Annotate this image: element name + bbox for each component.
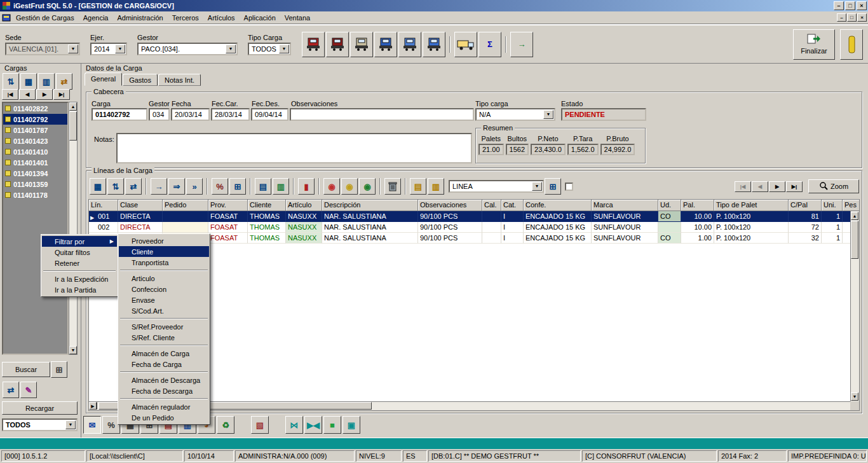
- last-line-button[interactable]: ▶|: [786, 181, 803, 192]
- column-header-c-pal[interactable]: C/Pal: [789, 200, 822, 211]
- cargas-transfer-icon[interactable]: ⇄: [56, 73, 72, 90]
- truck-darkred-icon[interactable]: [326, 32, 349, 57]
- truck-side-icon[interactable]: [454, 32, 477, 57]
- carga-list-item[interactable]: 011401394: [3, 168, 67, 179]
- fec-des-field[interactable]: 09/04/14: [251, 108, 288, 121]
- cargas-list-scrollbar[interactable]: ▲ ▼: [69, 102, 78, 355]
- line-forward-all-icon[interactable]: ⇒: [168, 178, 185, 195]
- ejer-combo[interactable]: 2014 ▼: [90, 43, 127, 55]
- cargas-last-button[interactable]: ▶|: [53, 89, 70, 100]
- carga-list-item[interactable]: 011401423: [3, 135, 67, 146]
- column-header-marca[interactable]: Marca: [592, 200, 658, 211]
- join-line-icon[interactable]: ⊞: [229, 178, 246, 195]
- buscar-grid-icon[interactable]: ⊞: [51, 361, 67, 378]
- column-header-lin[interactable]: Lín.: [89, 200, 118, 211]
- table-vscrollbar[interactable]: ▲ ▼: [850, 211, 859, 401]
- tab-notas-int[interactable]: Notas Int.: [158, 74, 201, 86]
- filter-submenu-item-almacen-de-carga[interactable]: Almacén de Carga: [119, 348, 209, 359]
- context-menu-item-ir-a-la-partida[interactable]: Ir a la Partida: [42, 284, 117, 295]
- line-jump-icon[interactable]: »: [186, 178, 203, 195]
- column-header-uni[interactable]: Uni.: [822, 200, 843, 211]
- table-vscroll-thumb[interactable]: [851, 221, 858, 259]
- recycle-icon[interactable]: ♻: [217, 416, 234, 434]
- observaciones-field[interactable]: [290, 108, 474, 121]
- carga-list-item[interactable]: 011401401: [3, 157, 67, 168]
- carga-list-item[interactable]: 011401410: [3, 146, 67, 157]
- chart-view-icon[interactable]: ▥: [273, 178, 289, 195]
- carga-field[interactable]: 011402792: [92, 108, 147, 121]
- gestor-combo-arrow-icon[interactable]: ▼: [226, 45, 236, 53]
- green-square-icon[interactable]: ■: [323, 416, 341, 434]
- menu-item-agencia[interactable]: Agencia: [79, 12, 113, 24]
- status-yellow-icon[interactable]: ◉: [341, 178, 358, 195]
- column-header-cat[interactable]: Cat.: [501, 200, 524, 211]
- cargas-palette-icon[interactable]: ✎: [20, 382, 37, 398]
- tipo-carga-field-combo[interactable]: N/A ▼: [475, 108, 555, 121]
- status-red-icon[interactable]: ◉: [323, 178, 340, 195]
- filter-submenu-item-s-cod-art[interactable]: S/Cod.Art.: [119, 305, 209, 316]
- context-menu-item-quitar-filtos[interactable]: Quitar filtos: [42, 247, 117, 258]
- table-row[interactable]: 002DIRECTAFOASATTHOMASNASUXXNAR. SALUSTI…: [89, 222, 850, 233]
- carga-list-item[interactable]: 011401178: [3, 190, 67, 200]
- filter-submenu-item-cliente[interactable]: Cliente: [119, 246, 209, 257]
- status-green-icon[interactable]: ◉: [359, 178, 376, 195]
- column-header-tipo-de-palet[interactable]: Tipo de Palet: [714, 200, 789, 211]
- notas-field[interactable]: [116, 133, 472, 163]
- sum-icon[interactable]: Σ: [478, 32, 501, 57]
- carga-list-item[interactable]: 011402792: [3, 114, 67, 125]
- gestor-combo[interactable]: PACO.[034]. ▼: [137, 43, 238, 55]
- column-header-pal[interactable]: Pal.: [681, 200, 714, 211]
- cargas-filter-arrow-icon[interactable]: ▼: [65, 420, 76, 429]
- close-button[interactable]: ×: [857, 1, 867, 10]
- column-header-pedido[interactable]: Pedido: [163, 200, 208, 211]
- filter-submenu-item-fecha-de-descarga[interactable]: Fecha de Descarga: [119, 385, 209, 396]
- truck-red-icon[interactable]: [302, 32, 325, 57]
- gestor-field[interactable]: 034: [149, 108, 170, 121]
- table-row[interactable]: ▶001DIRECTAFOASATTHOMASNASUXXNAR. SALUST…: [89, 211, 850, 222]
- column-header-clase[interactable]: Clase: [118, 200, 163, 211]
- truck-blue-icon[interactable]: [374, 32, 397, 57]
- filter-submenu-item-almacen-regulador[interactable]: Almacén regulador: [119, 401, 209, 412]
- recargar-button[interactable]: Recargar: [2, 401, 78, 415]
- lines-move-icon[interactable]: ⇄: [125, 178, 142, 195]
- filter-submenu-item-articulo[interactable]: Articulo: [119, 273, 209, 284]
- column-header-ud[interactable]: Ud.: [658, 200, 681, 211]
- coins-icon[interactable]: ▤: [410, 178, 426, 195]
- menu-item-terceros[interactable]: Terceros: [168, 12, 203, 24]
- column-header-articulo[interactable]: Artículo: [286, 200, 322, 211]
- fecha-field[interactable]: 20/03/14: [171, 108, 210, 121]
- filter-submenu-item-tranportista[interactable]: Tranportista: [119, 257, 209, 268]
- sede-combo[interactable]: VALENCIA.[01]. ▼: [5, 43, 80, 55]
- cargas-copy-icon[interactable]: ▦: [20, 73, 37, 90]
- cargas-exchange-icon[interactable]: ⇄: [3, 382, 19, 398]
- fec-car-field[interactable]: 28/03/14: [211, 108, 250, 121]
- filter-submenu-item-s-ref-proveedor[interactable]: S/Ref.Proveedor: [119, 321, 209, 332]
- scroll-down-icon[interactable]: ▼: [69, 346, 77, 354]
- exit-icon[interactable]: [840, 29, 863, 60]
- filter-submenu-item-envase[interactable]: Envase: [119, 294, 209, 305]
- minimize-button[interactable]: –: [834, 1, 844, 10]
- mdi-minimize-button[interactable]: –: [837, 13, 846, 22]
- grid-view-icon[interactable]: ▤: [255, 178, 271, 195]
- collapse-icon[interactable]: ▶◀: [304, 416, 322, 434]
- carga-list-item[interactable]: 011402822: [3, 103, 67, 114]
- prev-line-button[interactable]: ◀: [752, 181, 768, 192]
- filter-submenu-item-confeccion[interactable]: Confeccion: [119, 284, 209, 294]
- filter-submenu-item-proveedor[interactable]: Proveedor: [119, 235, 209, 246]
- trash-icon[interactable]: [384, 178, 401, 195]
- context-menu-item-ir-a-la-expedicion[interactable]: Ir a la Expedición: [42, 273, 117, 284]
- filter-submenu-item-de-un-pedido[interactable]: De un Pedido: [119, 412, 209, 423]
- carga-list-item[interactable]: 011401787: [3, 125, 67, 135]
- menu-item-ventana[interactable]: Ventana: [280, 12, 315, 24]
- truck-sand-icon[interactable]: [350, 32, 373, 57]
- cargas-filter-combo[interactable]: TODOS ▼: [2, 418, 78, 431]
- truck-lightblue-icon[interactable]: [398, 32, 421, 57]
- mail-icon[interactable]: ✉: [83, 416, 101, 434]
- tipo-carga-combo[interactable]: TODOS ▼: [248, 43, 291, 55]
- sede-combo-arrow-icon[interactable]: ▼: [68, 45, 78, 53]
- column-header-confe[interactable]: Confe.: [524, 200, 592, 211]
- buscar-button[interactable]: Buscar: [2, 362, 50, 377]
- column-header-cal[interactable]: Cal.: [482, 200, 501, 211]
- column-header-prov[interactable]: Prov.: [208, 200, 248, 211]
- first-line-button[interactable]: |◀: [735, 181, 751, 192]
